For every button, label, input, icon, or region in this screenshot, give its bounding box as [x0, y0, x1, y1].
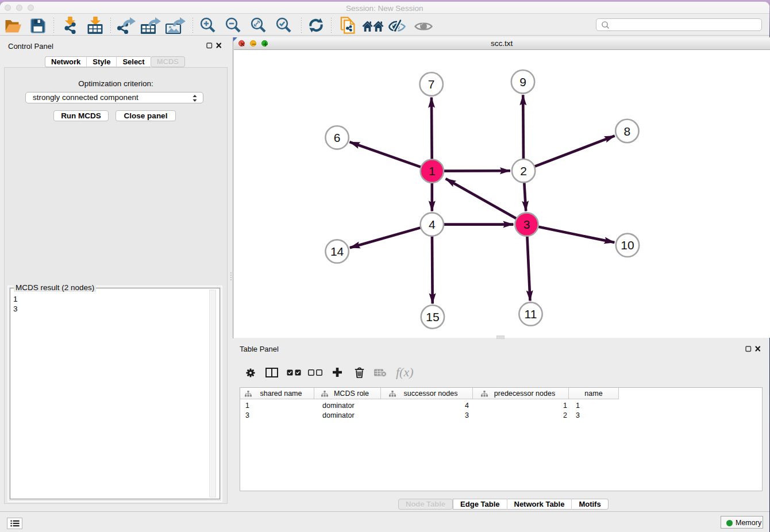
svg-text:3: 3 — [523, 218, 530, 231]
svg-text:11: 11 — [524, 307, 537, 321]
svg-text:9: 9 — [519, 75, 526, 88]
svg-text:8: 8 — [623, 125, 630, 138]
svg-text:4: 4 — [429, 218, 436, 231]
svg-text:2: 2 — [520, 164, 527, 178]
svg-text:14: 14 — [330, 245, 344, 258]
svg-text:7: 7 — [428, 78, 435, 91]
svg-text:15: 15 — [426, 310, 439, 323]
svg-text:6: 6 — [334, 131, 341, 144]
svg-text:10: 10 — [621, 238, 634, 252]
svg-text:1: 1 — [429, 164, 436, 178]
